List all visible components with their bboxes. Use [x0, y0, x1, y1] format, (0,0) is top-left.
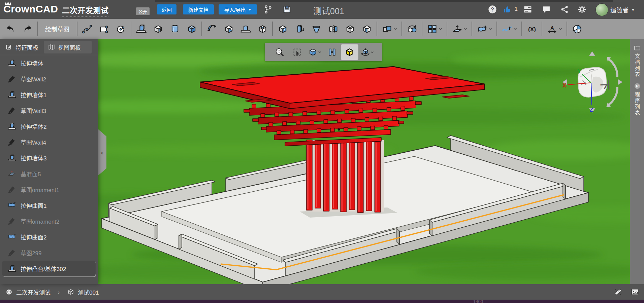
- feature-tree-item[interactable]: 拉伸曲面1: [2, 197, 96, 213]
- visibility-badge: 公开: [136, 7, 150, 15]
- import-export-label: 导入/导出: [224, 6, 246, 13]
- model-columns[interactable]: [307, 140, 380, 213]
- feature-tree-item[interactable]: 草图Wall2: [2, 71, 96, 87]
- feature-tree-item[interactable]: 草图Wall4: [2, 134, 96, 150]
- feature-tree-item[interactable]: 拉伸墙体3: [2, 150, 96, 166]
- right-panel-documents[interactable]: 文档列表: [630, 44, 644, 78]
- rib-icon[interactable]: [358, 20, 375, 38]
- branch-icon[interactable]: [263, 5, 273, 14]
- boolean-icon[interactable]: [379, 20, 400, 38]
- document-list-icon: [634, 44, 641, 51]
- settings-gear-icon[interactable]: [577, 5, 587, 14]
- feature-tree-item[interactable]: 拉伸凸台/基体302: [2, 261, 96, 276]
- chamfer-icon[interactable]: [220, 20, 237, 38]
- save-icon[interactable]: [282, 5, 292, 14]
- curve-tools-icon[interactable]: [498, 20, 520, 38]
- viewport-3d[interactable]: ‹ 下 X Y: [98, 39, 630, 284]
- pattern-icon[interactable]: [424, 20, 445, 38]
- mirror-icon[interactable]: [325, 20, 342, 38]
- measure-tool-icon[interactable]: [614, 288, 622, 296]
- follower-menu[interactable]: 追随者 ▼: [610, 5, 635, 14]
- svg-text:(X): (X): [528, 26, 536, 32]
- feature-tree-item[interactable]: 拉伸墙体: [2, 55, 96, 71]
- extrude-boss-icon[interactable]: [133, 20, 150, 38]
- view-cube-body[interactable]: 下: [578, 67, 611, 97]
- document-title[interactable]: 测试001: [313, 4, 344, 16]
- revolve-cut-icon[interactable]: [254, 20, 271, 38]
- fillet-icon[interactable]: [203, 20, 220, 38]
- sweep-boss-icon[interactable]: [183, 20, 200, 38]
- turntable-rotate-icon[interactable]: [358, 44, 376, 60]
- hole-icon[interactable]: [342, 20, 358, 38]
- right-panel-programs[interactable]: P程序列表: [630, 82, 644, 116]
- dimension-icon[interactable]: A: [544, 20, 565, 38]
- feature-tree-item[interactable]: 拉伸墙体1: [2, 87, 96, 103]
- breadcrumb-item[interactable]: 二次开发测试: [5, 288, 51, 296]
- share-icon[interactable]: [560, 5, 569, 14]
- collapse-chevron-icon: ‹: [101, 149, 103, 156]
- feature-label: 草图Wall4: [21, 138, 46, 146]
- shell-icon[interactable]: [274, 20, 291, 38]
- main-toolbar: 绘制草图(X)A: [0, 19, 644, 39]
- feedback-list-icon[interactable]: [523, 5, 533, 14]
- feature-label: 拉伸墙体3: [21, 154, 46, 162]
- tab-view-panel[interactable]: 视图面板: [44, 41, 92, 53]
- analysis-icon[interactable]: [569, 20, 585, 38]
- extrude-cut-icon[interactable]: [237, 20, 254, 38]
- sketch-spline-icon[interactable]: [79, 20, 96, 38]
- draw-sketch-button[interactable]: 绘制草图: [39, 20, 75, 38]
- chat-icon[interactable]: [542, 5, 551, 14]
- project-title[interactable]: 二次开发测试: [62, 4, 108, 17]
- feature-tree-item[interactable]: 拉伸墙体2: [2, 118, 96, 134]
- extrude-feature-icon: [7, 59, 16, 68]
- revolve-boss-icon[interactable]: [150, 20, 166, 38]
- zoom-tool-icon[interactable]: [271, 44, 288, 60]
- feature-tree: 拉伸墙体草图Wall2拉伸墙体1草图Wall3拉伸墙体2草图Wall4拉伸墙体3…: [0, 55, 98, 276]
- like-icon[interactable]: [503, 5, 512, 14]
- panel-tabs: 特征面板视图面板: [0, 39, 98, 55]
- undo-icon[interactable]: [2, 20, 19, 38]
- section-view-icon[interactable]: [323, 44, 341, 60]
- svg-text:?: ?: [491, 6, 494, 12]
- new-document-button[interactable]: 新建文档: [183, 4, 214, 14]
- view-cube[interactable]: 下 X Y Z: [558, 48, 626, 115]
- surface-feature-icon: [7, 201, 16, 210]
- equations-icon[interactable]: (X): [523, 20, 540, 38]
- panel-collapse-handle[interactable]: ‹: [98, 129, 106, 176]
- draft-icon[interactable]: [291, 20, 308, 38]
- feature-tree-item[interactable]: 草图ornament1: [2, 182, 96, 197]
- box-select-icon[interactable]: [288, 44, 306, 60]
- view-orientation-icon[interactable]: [306, 44, 323, 60]
- move-copy-icon[interactable]: [404, 20, 420, 38]
- toolbar-separator: [131, 22, 131, 36]
- feature-tree-item[interactable]: 拉伸曲面2: [2, 229, 96, 245]
- feature-label: 拉伸凸台/基体302: [21, 264, 66, 273]
- sketch-feature-icon: [7, 75, 16, 83]
- feature-tree-item[interactable]: 草图299: [2, 245, 96, 261]
- user-avatar[interactable]: [595, 3, 608, 16]
- feature-tree-item[interactable]: 基准面5: [2, 166, 96, 182]
- back-button[interactable]: 返回: [157, 4, 176, 14]
- breadcrumb-item[interactable]: 测试001: [67, 288, 99, 296]
- loft-boss-icon[interactable]: [166, 20, 183, 38]
- tab-feature-panel[interactable]: 特征面板: [1, 41, 42, 53]
- sketch-rectangle-icon[interactable]: [96, 20, 112, 38]
- chevron-down-icon: ▼: [248, 8, 252, 11]
- toolbar-separator: [496, 22, 497, 36]
- viewport-3d-scene[interactable]: [98, 39, 630, 284]
- import-export-button[interactable]: 导入/导出 ▼: [219, 4, 257, 14]
- reference-geometry-icon[interactable]: [449, 20, 470, 38]
- help-icon[interactable]: ?: [488, 5, 497, 14]
- footer-partial-text: 1400: [473, 300, 483, 303]
- feature-tree-item[interactable]: 草图ornament2: [2, 213, 96, 229]
- sketch-circle-icon[interactable]: [112, 20, 129, 38]
- app-logo[interactable]: CrownCAD: [3, 3, 58, 15]
- redo-icon[interactable]: [19, 20, 36, 38]
- part-icon: [67, 288, 74, 296]
- wedge-icon[interactable]: [308, 20, 325, 38]
- toolbar-separator: [401, 22, 402, 36]
- display-style-icon[interactable]: [341, 44, 358, 60]
- surface-tools-icon[interactable]: [474, 20, 495, 38]
- script-console-icon[interactable]: [631, 288, 639, 296]
- feature-tree-item[interactable]: 草图Wall3: [2, 103, 96, 118]
